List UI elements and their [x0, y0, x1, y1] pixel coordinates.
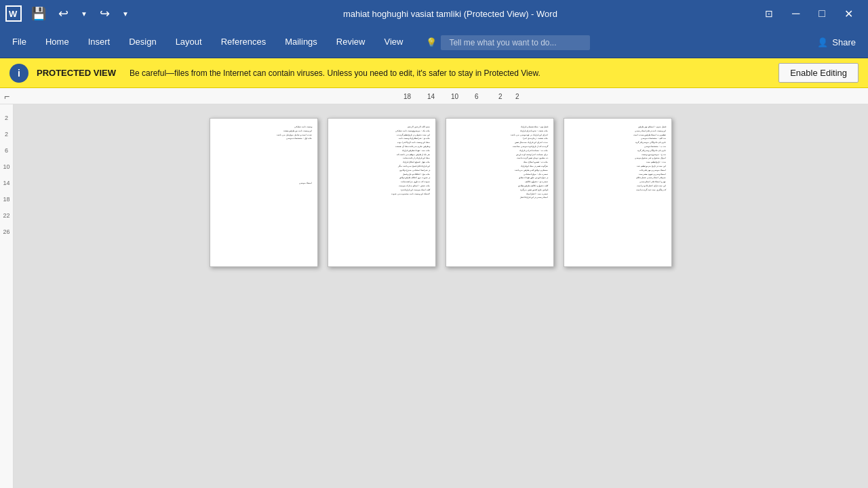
info-icon: i — [9, 64, 28, 83]
maximize-button[interactable]: □ — [809, 0, 835, 27]
tab-references[interactable]: References — [212, 27, 275, 58]
undo-dropdown[interactable]: ▼ — [77, 9, 92, 19]
document-title: mahiat hoghughi vasiat tamliki (Protecte… — [140, 9, 761, 19]
svg-text:W: W — [9, 9, 18, 19]
share-button[interactable]: 👤 Share — [808, 27, 865, 58]
undo-button[interactable]: ↩ — [54, 5, 73, 22]
customize-button[interactable]: ▼ — [118, 9, 133, 19]
protected-view-bar: i PROTECTED VIEW Be careful—files from t… — [0, 58, 868, 88]
tab-insert[interactable]: Insert — [79, 27, 120, 58]
ribbon: File Home Insert Design Layout Reference… — [0, 27, 868, 58]
person-icon: 👤 — [817, 37, 828, 47]
horizontal-ruler: ⌐ 18 14 10 6 2 2 — [0, 88, 868, 104]
ribbon-toggle[interactable]: ⊡ — [761, 7, 777, 20]
ruler-num-2b: 2 — [515, 93, 519, 100]
tab-home[interactable]: Home — [36, 27, 79, 58]
lightbulb-icon: 💡 — [426, 37, 437, 47]
tab-view[interactable]: View — [374, 27, 412, 58]
tab-review[interactable]: Review — [327, 27, 375, 58]
minimize-button[interactable]: ─ — [783, 0, 809, 27]
tab-design[interactable]: Design — [119, 27, 165, 58]
enable-editing-button[interactable]: Enable Editing — [778, 63, 859, 83]
ruler-num-10: 10 — [451, 93, 458, 100]
close-button[interactable]: ✕ — [835, 0, 863, 27]
ruler-num-14: 14 — [427, 93, 435, 100]
page-4: فصل سوم : امضاء و مهر طرفین این وصیت نام… — [564, 118, 672, 267]
protected-view-label: PROTECTED VIEW — [37, 68, 116, 78]
main-area: 2 2 6 10 14 18 22 26 وصیت نامه تملیکی ای… — [0, 104, 868, 488]
page-2: بسم الله الرحمن الرحیم ماده یک : موضوع و… — [328, 118, 436, 267]
document-area[interactable]: وصیت نامه تملیکی این وصیت نامه بین طرفین… — [14, 104, 868, 488]
page-3-content: فصل دوم : مفاد تفصیلی قرارداد ماده هفت :… — [452, 125, 548, 199]
title-bar: W 💾 ↩ ▼ ↪ ▼ mahiat hoghughi vasiat tamli… — [0, 0, 868, 27]
page-2-content: بسم الله الرحمن الرحیم ماده یک : موضوع و… — [334, 125, 430, 195]
pages-container: وصیت نامه تملیکی این وصیت نامه بین طرفین… — [210, 118, 672, 267]
app-icon: W — [5, 5, 22, 22]
window-controls: ─ □ ✕ — [783, 0, 863, 27]
page-1: وصیت نامه تملیکی این وصیت نامه بین طرفین… — [210, 118, 318, 267]
tab-layout[interactable]: Layout — [166, 27, 212, 58]
quick-access-toolbar: 💾 ↩ ▼ ↪ ▼ — [27, 5, 133, 22]
page-4-content: فصل سوم : امضاء و مهر طرفین این وصیت نام… — [570, 125, 666, 192]
protected-view-message: Be careful—files from the Internet can c… — [130, 68, 770, 78]
search-input[interactable] — [441, 35, 590, 50]
page-1-footer: امضاء موصی — [216, 182, 312, 185]
page-1-content: وصیت نامه تملیکی این وصیت نامه بین طرفین… — [216, 125, 312, 140]
ruler-num-18: 18 — [403, 93, 411, 100]
vertical-ruler: 2 2 6 10 14 18 22 26 — [0, 104, 14, 488]
tab-mailings[interactable]: Mailings — [275, 27, 327, 58]
ruler-num-6: 6 — [475, 93, 479, 100]
ruler-num-2: 2 — [498, 93, 502, 100]
search-area: 💡 — [412, 27, 808, 58]
tab-file[interactable]: File — [3, 27, 36, 58]
redo-button[interactable]: ↪ — [96, 5, 114, 22]
page-3: فصل دوم : مفاد تفصیلی قرارداد ماده هفت :… — [446, 118, 554, 267]
save-button[interactable]: 💾 — [27, 5, 50, 22]
